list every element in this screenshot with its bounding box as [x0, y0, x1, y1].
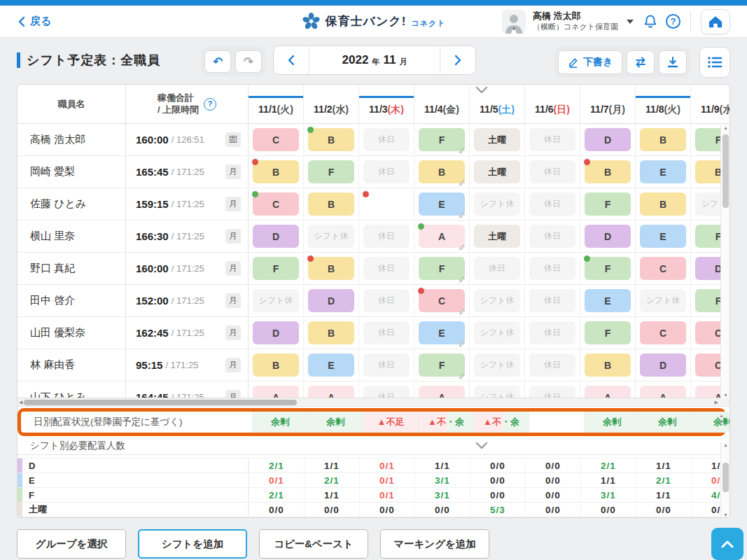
shift-cell[interactable]: B — [580, 349, 636, 381]
shift-cell[interactable]: 休日 — [525, 253, 580, 284]
shift-cell[interactable]: B — [304, 188, 359, 220]
shift-cell[interactable]: 休日 — [525, 188, 580, 220]
date-column-header[interactable]: 11/3(木) — [359, 85, 414, 123]
shift-cell[interactable]: 休日 — [359, 253, 414, 284]
shift-cell[interactable]: 休日 — [359, 285, 414, 316]
hours-help-icon[interactable]: ? — [204, 98, 216, 111]
shift-cell[interactable]: F — [414, 124, 470, 155]
shift-cell[interactable]: F — [414, 349, 470, 381]
shift-cell[interactable]: B — [580, 156, 636, 188]
shift-cell[interactable]: D — [249, 220, 304, 252]
shift-cell[interactable]: B — [249, 349, 304, 381]
footer-button-default[interactable]: マーキングを追加 — [380, 529, 489, 559]
next-month-button[interactable] — [440, 46, 475, 74]
shift-cell[interactable]: F — [249, 253, 304, 284]
redo-button[interactable]: ↷ — [235, 50, 262, 73]
shift-cell[interactable]: 休日 — [525, 317, 580, 349]
shift-cell[interactable]: C — [636, 253, 691, 284]
shift-cell[interactable] — [359, 188, 414, 220]
date-column-header[interactable]: 11/9(水) — [691, 85, 730, 123]
shift-cell[interactable]: F — [580, 188, 636, 220]
shift-cell[interactable]: 休日 — [359, 156, 414, 188]
shift-cell[interactable]: D — [304, 285, 359, 316]
shift-cell[interactable]: E — [636, 156, 691, 188]
shift-cell[interactable]: 休日 — [525, 382, 580, 398]
staffing-scrollbar-thumb[interactable] — [722, 463, 729, 492]
shift-cell[interactable]: B — [636, 188, 691, 220]
help-button[interactable]: ? — [666, 14, 680, 29]
shift-cell[interactable]: E — [636, 220, 691, 252]
shift-cell[interactable]: F — [580, 253, 636, 284]
shift-cell[interactable]: F — [304, 156, 359, 188]
staff-scrollbar-thumb[interactable] — [722, 134, 729, 208]
shift-cell[interactable]: A — [414, 220, 470, 252]
shift-cell[interactable]: 休日 — [470, 253, 525, 284]
shift-cell[interactable]: 休日 — [359, 220, 414, 252]
horizontal-scrollbar-thumb[interactable] — [24, 400, 297, 405]
shift-cell[interactable]: D — [580, 124, 636, 155]
shift-cell[interactable]: B — [304, 124, 359, 155]
prev-month-button[interactable] — [274, 46, 309, 74]
shift-cell[interactable]: 休日 — [359, 124, 414, 155]
shift-cell[interactable]: A — [414, 382, 470, 398]
shift-cell[interactable]: B — [636, 124, 691, 155]
list-view-button[interactable] — [699, 47, 730, 78]
shift-cell[interactable]: E — [580, 285, 636, 316]
shift-cell[interactable]: B — [249, 156, 304, 188]
shift-cell[interactable]: F — [414, 253, 470, 284]
shift-cell[interactable]: B — [414, 156, 470, 188]
shift-cell[interactable]: 休日 — [359, 382, 414, 398]
shift-cell[interactable]: B — [304, 253, 359, 284]
notifications-button[interactable] — [642, 13, 659, 30]
shift-cell[interactable]: 土曜 — [470, 220, 525, 252]
download-button[interactable] — [659, 50, 687, 74]
shift-cell[interactable]: E — [414, 317, 470, 349]
date-column-header[interactable]: 11/8(火) — [636, 85, 691, 123]
shift-cell[interactable]: 休日 — [525, 349, 580, 381]
shift-cell[interactable]: C — [249, 188, 304, 220]
shift-cell[interactable]: E — [304, 349, 359, 381]
collapse-header-chevron-icon[interactable] — [471, 85, 492, 95]
footer-button-default[interactable]: グループを選択 — [17, 529, 126, 559]
collapse-section-chevron-icon[interactable] — [471, 441, 492, 451]
date-column-header[interactable]: 11/1(火) — [249, 85, 304, 123]
shift-cell[interactable]: 休日 — [525, 285, 580, 316]
scroll-left-icon[interactable]: ◀ — [19, 398, 22, 407]
footer-button-default[interactable]: コピー&ペースト — [259, 529, 368, 559]
avatar[interactable] — [502, 10, 526, 34]
status-row-spinner[interactable]: ▲▼ — [719, 413, 724, 424]
shift-cell[interactable]: 土曜 — [470, 156, 525, 188]
scroll-right-icon[interactable]: ▶ — [715, 398, 718, 407]
shift-cell[interactable]: D — [580, 220, 636, 252]
staff-vertical-scrollbar[interactable]: ▲ ▼ — [720, 125, 729, 398]
date-column-header[interactable]: 11/6(日) — [525, 85, 580, 123]
shift-cell[interactable]: シフト休 — [249, 285, 304, 316]
home-button[interactable] — [701, 9, 730, 34]
shift-cell[interactable]: シフト休 — [470, 285, 525, 316]
shift-cell[interactable]: シフト休 — [304, 220, 359, 252]
shift-cell[interactable]: D — [636, 349, 691, 381]
shift-cell[interactable]: C — [249, 124, 304, 155]
shift-cell[interactable]: C — [636, 317, 691, 349]
scroll-to-top-button[interactable] — [711, 528, 743, 560]
date-column-header[interactable]: 11/7(月) — [580, 85, 636, 123]
swap-shifts-button[interactable] — [627, 50, 655, 74]
user-dropdown-caret-icon[interactable] — [627, 20, 634, 24]
shift-cell[interactable]: C — [414, 285, 470, 316]
footer-button-active[interactable]: シフトを追加 — [138, 529, 247, 559]
horizontal-scrollbar[interactable]: ◀ ▶ — [18, 398, 729, 407]
undo-button[interactable]: ↶ — [204, 50, 231, 73]
shift-cell[interactable]: シフト休 — [470, 382, 525, 398]
shift-cell[interactable]: A — [636, 382, 691, 398]
shift-cell[interactable]: 休日 — [359, 317, 414, 349]
shift-cell[interactable]: 休日 — [525, 220, 580, 252]
shift-cell[interactable]: シフト休 — [470, 317, 525, 349]
shift-cell[interactable]: E — [414, 188, 470, 220]
shift-cell[interactable]: シフト休 — [470, 188, 525, 220]
shift-cell[interactable]: シフト休 — [636, 285, 691, 316]
shift-cell[interactable]: 土曜 — [470, 124, 525, 155]
user-info[interactable]: 高橋 浩太郎 （横断）コネクト保育園 — [533, 10, 618, 32]
date-column-header[interactable]: 11/4(金) — [414, 85, 470, 123]
shift-cell[interactable]: 休日 — [525, 156, 580, 188]
shift-cell[interactable]: D — [249, 317, 304, 349]
